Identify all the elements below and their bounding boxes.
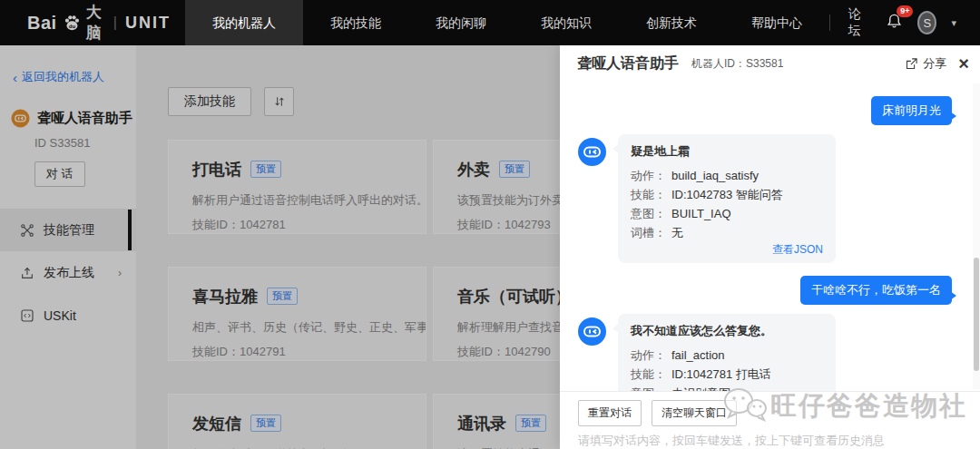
field-label: 动作： [631,166,671,185]
svg-text:du: du [68,24,75,29]
user-message-bubble: 干啥啥不行，吃饭第一名 [800,276,952,305]
top-nav-menu: 我的机器人 我的技能 我的闲聊 我的知识 创新技术 帮助中心 [185,0,829,45]
view-json-link[interactable]: 查看JSON [631,242,823,257]
bot-reply-card: 疑是地上霜 动作：build_iaq_satisfy 技能：ID:1042783… [618,134,836,263]
field-label: 动作： [631,346,671,365]
bot-avatar-icon [578,317,606,346]
chat-footer: 重置对话 清空聊天窗口 [560,391,980,449]
share-button[interactable]: 分享 [905,55,946,72]
nav-item-help-center[interactable]: 帮助中心 [724,0,829,45]
nav-item-my-knowledge[interactable]: 我的知识 [514,0,619,45]
field-value: fail_action [671,346,725,365]
reset-dialog-button[interactable]: 重置对话 [578,400,642,426]
notification-bell-icon[interactable]: 9+ [886,13,903,34]
nav-item-my-chitchat[interactable]: 我的闲聊 [408,0,514,45]
bot-reply-card: 我不知道应该怎么答复您。 动作：fail_action 技能：ID:104278… [618,314,836,391]
topbar-divider [829,15,830,31]
bot-avatar-icon [578,138,606,166]
field-label: 技能： [631,365,671,384]
field-label: 词槽： [631,223,671,242]
chat-scrollbar[interactable] [973,83,980,389]
bot-message: 疑是地上霜 动作：build_iaq_satisfy 技能：ID:1042783… [578,134,960,263]
close-icon[interactable]: × [958,54,969,73]
field-value: 无 [671,223,683,242]
user-message: 干啥啥不行，吃饭第一名 [578,276,960,305]
clear-chat-button[interactable]: 清空聊天窗口 [652,400,737,426]
field-label: 意图： [631,204,671,223]
chat-scrollbar-thumb[interactable] [974,258,979,371]
nav-item-my-skills[interactable]: 我的技能 [303,0,408,45]
top-navigation-bar: Bai du 大脑 | UNIT 我的机器人 我的技能 我的闲聊 我的知识 创新… [0,0,980,45]
bot-reply-text: 我不知道应该怎么答复您。 [631,323,823,339]
chat-panel-title: 聋哑人语音助手 [577,54,679,73]
field-label: 意图： [631,384,671,391]
field-value: 未识别意图 [671,384,730,391]
forum-link[interactable]: 论坛 [848,6,868,39]
app-screen: Bai du 大脑 | UNIT 我的机器人 我的技能 我的闲聊 我的知识 创新… [0,0,980,449]
chat-test-panel: 聋哑人语音助手 机器人ID：S33581 分享 × 床前明月光 [560,45,980,449]
dim-overlay [0,45,560,449]
chat-message-list: 床前明月光 疑是地上霜 动作：build_iaq_satisfy 技能：ID:1… [560,82,971,391]
chat-footer-buttons: 重置对话 清空聊天窗口 [578,400,965,426]
logo-text-unit: UNIT [125,14,171,33]
baidu-paw-icon: du [62,13,82,33]
field-value: ID:1042783 智能问答 [671,185,783,204]
bot-message: 我不知道应该怎么答复您。 动作：fail_action 技能：ID:104278… [578,314,960,391]
chevron-down-icon[interactable]: ▾ [951,17,956,29]
chat-panel-actions: 分享 × [905,54,969,73]
topbar-right-area: 论坛 9+ S ▾ [829,6,980,39]
chat-panel-robot-id: 机器人ID：S33581 [691,56,783,72]
user-message-bubble: 床前明月光 [871,96,952,125]
notification-badge: 9+ [897,5,913,17]
baidu-unit-logo[interactable]: Bai du 大脑 | UNIT [27,2,171,44]
chat-input[interactable] [578,434,950,447]
nav-item-innovation[interactable]: 创新技术 [619,0,724,45]
logo-text-bai: Bai [27,13,57,34]
user-avatar[interactable]: S [917,11,936,34]
field-value: BUILT_IAQ [671,204,731,223]
share-icon [905,57,918,71]
field-value: build_iaq_satisfy [671,166,759,185]
nav-item-my-robots[interactable]: 我的机器人 [185,0,303,45]
logo-text-brain: 大脑 [86,2,105,44]
share-label: 分享 [923,55,946,72]
field-label: 技能： [631,185,671,204]
logo-divider: | [113,15,117,31]
user-message: 床前明月光 [578,96,960,125]
field-value: ID:1042781 打电话 [671,365,771,384]
bot-reply-text: 疑是地上霜 [631,143,823,160]
chat-panel-header: 聋哑人语音助手 机器人ID：S33581 分享 × [560,45,980,82]
